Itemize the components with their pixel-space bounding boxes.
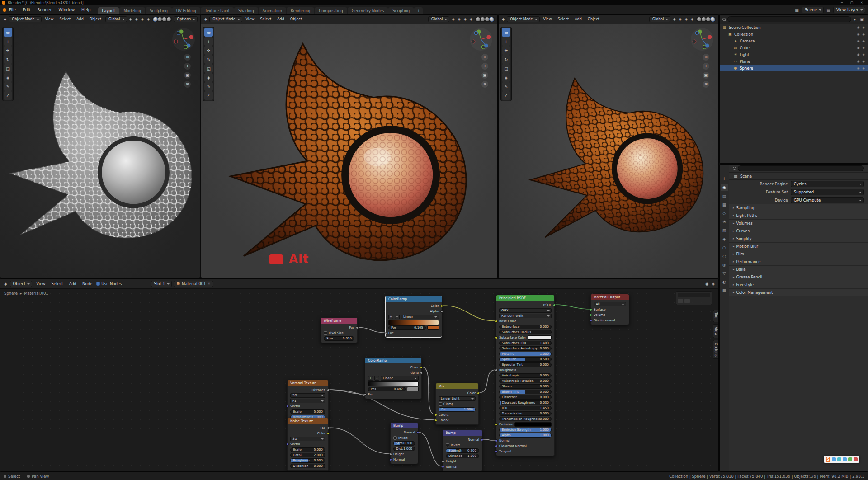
- mode-dropdown[interactable]: Object Mode: [9, 16, 41, 22]
- node-row[interactable]: Fac: [321, 325, 357, 330]
- remove-stop-button[interactable]: −: [374, 376, 379, 381]
- node-dropdown[interactable]: GGX: [499, 308, 552, 313]
- unlink-material-button[interactable]: ✕: [208, 282, 210, 286]
- socket[interactable]: [495, 450, 498, 453]
- disable-in-render-icon[interactable]: ◈: [863, 46, 865, 50]
- xray-icon[interactable]: ◈: [690, 17, 694, 21]
- node-row[interactable]: GGX: [496, 308, 554, 313]
- node-row[interactable]: Subsurface Anisotropy0.000: [496, 346, 554, 351]
- hide-in-viewport-icon[interactable]: ◉: [857, 26, 860, 29]
- editor-type-icon[interactable]: ◆: [3, 17, 7, 21]
- scale-tool-icon[interactable]: ◱: [502, 64, 510, 73]
- node-row[interactable]: Normal: [391, 430, 418, 435]
- tab-object-icon[interactable]: ▧: [721, 227, 728, 234]
- node-row[interactable]: Color: [386, 303, 442, 309]
- node-row[interactable]: Volume: [591, 312, 629, 318]
- interpolation-dropdown[interactable]: Linear: [381, 376, 419, 381]
- tab-scene-icon[interactable]: ◇: [721, 210, 728, 217]
- outliner-row[interactable]: ●Sphere◉◈: [720, 65, 868, 71]
- value-slider[interactable]: Subsurface0.000: [499, 325, 552, 329]
- property-value-dropdown[interactable]: Supported: [791, 189, 864, 195]
- node-row[interactable]: Specular0.500: [496, 357, 554, 362]
- viewport-right[interactable]: ◆Object ModeViewSelectAddObjectGlobal◈◈◈…: [498, 14, 719, 278]
- value-slider[interactable]: Specular0.500: [499, 357, 552, 362]
- node-row[interactable]: Clearcoat Normal: [496, 443, 554, 449]
- socket[interactable]: [434, 419, 437, 422]
- add-stop-button[interactable]: +: [368, 376, 373, 381]
- node-row[interactable]: Normal: [443, 464, 482, 470]
- sidebar-tab-tool[interactable]: Tool: [713, 310, 718, 322]
- viewport-left[interactable]: ◆Object ModeViewSelectAddObjectGlobal◈◈◈…: [0, 14, 200, 278]
- node-row[interactable]: Pixel Size: [321, 330, 357, 336]
- node-row[interactable]: Displacement: [591, 318, 629, 323]
- node-noise-texture[interactable]: Noise TextureFacColor3DVectorScale5.000D…: [287, 418, 329, 471]
- tab-material-icon[interactable]: ◐: [721, 278, 728, 286]
- color-ramp-widget[interactable]: [388, 320, 439, 325]
- node-header[interactable]: Voronoi Texture: [288, 380, 328, 386]
- value-slider[interactable]: Fac1.000: [439, 407, 476, 412]
- node-dropdown[interactable]: All: [594, 302, 626, 306]
- socket[interactable]: [495, 336, 498, 339]
- position-field[interactable]: Pos0.105: [388, 325, 426, 330]
- measure-tool-icon[interactable]: ∠: [204, 91, 213, 100]
- filter-icon[interactable]: ▾: [853, 17, 857, 22]
- overlays-icon[interactable]: ◈: [140, 17, 145, 21]
- socket[interactable]: [327, 427, 330, 429]
- node-row[interactable]: Emission: [496, 422, 554, 427]
- tab-constraints-icon[interactable]: ◎: [721, 261, 728, 268]
- shading-mode-button-2[interactable]: [706, 17, 710, 21]
- node-row[interactable]: BSDF: [496, 302, 554, 308]
- node-row[interactable]: Detail2.000: [288, 452, 328, 458]
- value-slider[interactable]: Distance1.000: [393, 447, 415, 451]
- camera-view-icon[interactable]: ▣: [184, 72, 191, 79]
- node-bump-small[interactable]: BumpNormalInvertStrength0.300Distance1.0…: [390, 422, 418, 464]
- workspace-tab-scripting[interactable]: Scripting: [388, 7, 414, 14]
- socket[interactable]: [590, 308, 592, 311]
- node-header[interactable]: ColorRamp: [365, 358, 421, 363]
- ime-tool-icon[interactable]: [854, 457, 858, 461]
- node-row[interactable]: Clearcoat0.000: [496, 395, 554, 400]
- ortho-toggle-icon[interactable]: ⊞: [703, 81, 709, 88]
- value-slider[interactable]: Size0.010: [324, 336, 354, 341]
- viewport-center-canvas[interactable]: ▭+✛↻◱◈✎∠ ⊕✛▣⊞ Alt: [201, 24, 497, 278]
- shader-type-dropdown[interactable]: Object: [10, 281, 33, 287]
- node-bump[interactable]: BumpNormalInvertStrength0.300Distance1.0…: [443, 429, 482, 471]
- measure-tool-icon[interactable]: ∠: [4, 91, 12, 100]
- node-row[interactable]: Vector: [288, 404, 328, 409]
- node-row[interactable]: Normal: [391, 457, 418, 462]
- socket[interactable]: [420, 366, 423, 369]
- node-row[interactable]: Anisotropic0.000: [496, 373, 554, 378]
- socket[interactable]: [440, 305, 443, 307]
- viewport-menu-view[interactable]: View: [244, 17, 257, 22]
- annotate-tool-icon[interactable]: ✎: [502, 82, 510, 91]
- node-row[interactable]: Alpha: [386, 309, 442, 314]
- node-dropdown[interactable]: 3D: [290, 393, 326, 398]
- node-header[interactable]: Material Output: [591, 294, 629, 300]
- select-box-tool-icon[interactable]: ▭: [204, 28, 213, 37]
- color-swatch[interactable]: [528, 335, 552, 340]
- zoom-icon[interactable]: ⊕: [481, 54, 488, 61]
- value-slider[interactable]: Distortion0.000: [290, 464, 326, 468]
- socket[interactable]: [590, 314, 592, 316]
- shading-mode-button-0[interactable]: [697, 17, 701, 21]
- node-header[interactable]: Wireframe: [321, 318, 357, 324]
- socket[interactable]: [442, 460, 444, 463]
- value-slider[interactable]: Detail2.000: [290, 453, 326, 457]
- node-row[interactable]: Normal: [443, 437, 482, 442]
- ime-tool-icon[interactable]: [843, 457, 847, 461]
- minimize-button[interactable]: ─: [837, 1, 846, 5]
- node-row[interactable]: Clamp: [436, 401, 478, 407]
- node-row[interactable]: Color: [436, 391, 478, 396]
- shading-mode-button-3[interactable]: [490, 17, 494, 21]
- node-row[interactable]: Height: [443, 459, 482, 464]
- socket[interactable]: [495, 320, 498, 323]
- node-row[interactable]: [365, 381, 421, 386]
- value-slider[interactable]: Scale5.000: [290, 409, 326, 414]
- color-swatch[interactable]: [407, 387, 419, 391]
- navigation-gizmo[interactable]: [172, 28, 195, 51]
- position-field[interactable]: Pos0.482: [368, 387, 406, 391]
- proportional-edit-icon[interactable]: ◈: [134, 17, 139, 21]
- node-row[interactable]: IOR1.450: [496, 405, 554, 411]
- node-header[interactable]: Bump: [391, 423, 418, 428]
- socket[interactable]: [442, 466, 444, 468]
